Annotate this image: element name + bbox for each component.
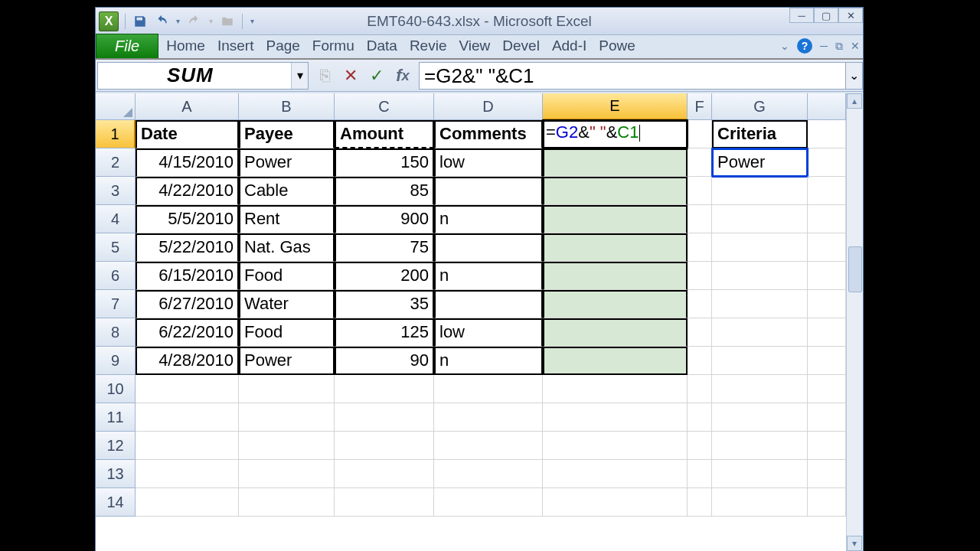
cell-A11[interactable] [136,403,239,432]
cell-E14[interactable] [543,488,688,517]
cell-B5[interactable]: Nat. Gas [239,233,335,262]
fx-icon[interactable]: fx [391,64,414,87]
cell-D13[interactable] [434,460,543,488]
cell-D2[interactable]: low [434,148,543,177]
scroll-up-icon[interactable]: ▴ [847,93,862,109]
col-header-B[interactable]: B [239,93,335,120]
cell-rest-9[interactable] [808,347,846,375]
cell-F4[interactable] [688,205,712,233]
cell-F12[interactable] [688,432,712,460]
undo-dropdown-icon[interactable]: ▾ [175,17,181,25]
cell-B10[interactable] [239,375,335,403]
workbook-close-icon[interactable]: ✕ [851,40,860,52]
cell-rest-14[interactable] [808,488,846,517]
cell-C13[interactable] [335,460,434,488]
cell-B11[interactable] [239,403,335,432]
cell-F5[interactable] [688,233,712,262]
cell-B8[interactable]: Food [239,318,335,347]
cell-E12[interactable] [543,432,688,460]
cell-B6[interactable]: Food [239,262,335,290]
cell-D11[interactable] [434,403,543,432]
cell-rest-11[interactable] [808,403,846,432]
cell-D4[interactable]: n [434,205,543,233]
cell-G7[interactable] [712,290,808,318]
home-tab[interactable]: Home [160,34,211,58]
vertical-scrollbar[interactable]: ▴ ▾ [846,93,863,551]
view-tab[interactable]: View [452,34,496,58]
select-all-corner[interactable] [96,93,136,120]
review-tab[interactable]: Revie [403,34,453,58]
cell-rest-3[interactable] [808,177,846,205]
cell-C4[interactable]: 900 [335,205,434,233]
cell-F1[interactable] [688,120,712,148]
workbook-minimize-icon[interactable]: ─ [820,40,828,52]
row-header-10[interactable]: 10 [96,375,136,403]
row-header-4[interactable]: 4 [96,205,136,233]
cell-D9[interactable]: n [434,347,543,375]
cell-E5[interactable] [543,233,688,262]
formula-bar-input[interactable]: =G2&" "&C1 [419,62,846,90]
undo-icon[interactable] [153,13,170,30]
cell-E7[interactable] [543,290,688,318]
cell-rest-8[interactable] [808,318,846,347]
row-header-12[interactable]: 12 [96,432,136,460]
cell-D3[interactable] [434,177,543,205]
cell-A3[interactable]: 4/22/2010 [136,177,239,205]
cell-D6[interactable]: n [434,262,543,290]
cell-E4[interactable] [543,205,688,233]
workbook-restore-icon[interactable]: ⧉ [835,40,843,53]
cancel-icon[interactable]: ✕ [339,64,362,87]
cell-G13[interactable] [712,460,808,488]
cell-D1[interactable]: Comments [434,120,543,148]
cell-A12[interactable] [136,432,239,460]
row-header-5[interactable]: 5 [96,233,136,262]
help-icon[interactable]: ? [797,38,812,54]
row-header-3[interactable]: 3 [96,177,136,205]
cell-E13[interactable] [543,460,688,488]
cell-C3[interactable]: 85 [335,177,434,205]
cell-E2[interactable] [543,148,688,177]
cell-B1[interactable]: Payee [239,120,335,148]
file-tab[interactable]: File [96,34,158,58]
cell-F9[interactable] [688,347,712,375]
cell-C6[interactable]: 200 [335,262,434,290]
cell-C11[interactable] [335,403,434,432]
cell-A1[interactable]: Date [136,120,239,148]
cell-A13[interactable] [136,460,239,488]
cell-C5[interactable]: 75 [335,233,434,262]
col-header-rest[interactable] [808,93,846,120]
cell-G11[interactable] [712,403,808,432]
row-header-2[interactable]: 2 [96,148,136,177]
minimize-button[interactable]: ─ [789,8,814,23]
row-header-9[interactable]: 9 [96,347,136,375]
cell-F6[interactable] [688,262,712,290]
cell-F14[interactable] [688,488,712,517]
name-box[interactable]: SUM ▾ [97,62,309,90]
maximize-button[interactable]: ▢ [814,8,838,23]
cell-D5[interactable] [434,233,543,262]
scroll-down-icon[interactable]: ▾ [847,536,862,551]
cell-A2[interactable]: 4/15/2010 [136,148,239,177]
col-header-C[interactable]: C [335,93,434,120]
cell-G4[interactable] [712,205,808,233]
cell-G12[interactable] [712,432,808,460]
cell-C10[interactable] [335,375,434,403]
data-tab[interactable]: Data [361,34,403,58]
cell-D14[interactable] [434,488,543,517]
cell-rest-4[interactable] [808,205,846,233]
cell-G1[interactable]: Criteria [712,120,808,148]
col-header-D[interactable]: D [434,93,543,120]
cell-G6[interactable] [712,262,808,290]
cell-B13[interactable] [239,460,335,488]
cell-G10[interactable] [712,375,808,403]
ribbon-expand-icon[interactable]: ⌄ [780,40,789,52]
cell-rest-7[interactable] [808,290,846,318]
cell-A14[interactable] [136,488,239,517]
cell-E1-editing[interactable]: =G2&" "&C1 [543,120,688,148]
cell-G14[interactable] [712,488,808,517]
cell-A10[interactable] [136,375,239,403]
cell-A9[interactable]: 4/28/2010 [136,347,239,375]
cell-E8[interactable] [543,318,688,347]
col-header-A[interactable]: A [136,93,239,120]
spreadsheet-grid[interactable]: A B C D E F G 1 2 3 4 5 6 7 8 9 10 11 12… [96,93,863,551]
